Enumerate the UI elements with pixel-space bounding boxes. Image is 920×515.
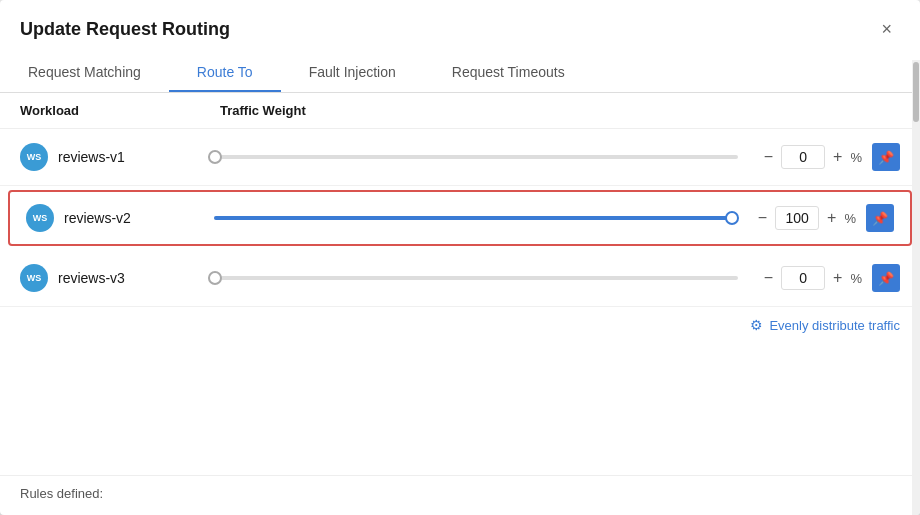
value-input-v1[interactable]: [781, 145, 825, 169]
distribute-icon: ⚙: [750, 317, 763, 333]
route-row-v2: WS reviews-v2 − + % 📌: [8, 190, 912, 246]
col-workload-header: Workload: [20, 103, 220, 118]
tab-request-matching[interactable]: Request Matching: [0, 54, 169, 92]
tab-fault-injection[interactable]: Fault Injection: [281, 54, 424, 92]
workload-name-v2: reviews-v2: [64, 210, 204, 226]
close-button[interactable]: ×: [873, 16, 900, 42]
percent-label-v3: %: [850, 271, 862, 286]
slider-thumb-v3[interactable]: [208, 271, 222, 285]
slider-track-v3[interactable]: [208, 276, 738, 280]
slider-track-v2[interactable]: [214, 216, 732, 220]
minus-button-v1[interactable]: −: [760, 147, 777, 167]
value-input-v2[interactable]: [775, 206, 819, 230]
percent-label-v2: %: [844, 211, 856, 226]
slider-container-v1: [198, 155, 748, 159]
col-traffic-header: Traffic Weight: [220, 103, 900, 118]
distribute-label: Evenly distribute traffic: [769, 318, 900, 333]
modal: Update Request Routing × Request Matchin…: [0, 0, 920, 515]
pin-button-v2[interactable]: 📌: [866, 204, 894, 232]
slider-container-v2: [204, 216, 742, 220]
route-row-v1: WS reviews-v1 − + % 📌: [0, 129, 920, 186]
plus-button-v2[interactable]: +: [823, 208, 840, 228]
percent-label-v1: %: [850, 150, 862, 165]
modal-title: Update Request Routing: [20, 19, 230, 40]
modal-header: Update Request Routing ×: [0, 0, 920, 42]
route-row-v3: WS reviews-v3 − + % 📌: [0, 250, 920, 307]
slider-thumb-v1[interactable]: [208, 150, 222, 164]
modal-footer: Rules defined:: [0, 475, 920, 515]
badge-v1: WS: [20, 143, 48, 171]
slider-container-v3: [198, 276, 748, 280]
value-input-v3[interactable]: [781, 266, 825, 290]
distribute-traffic-button[interactable]: ⚙ Evenly distribute traffic: [750, 317, 900, 333]
tab-request-timeouts[interactable]: Request Timeouts: [424, 54, 593, 92]
pin-button-v1[interactable]: 📌: [872, 143, 900, 171]
plus-button-v1[interactable]: +: [829, 147, 846, 167]
scrollbar-thumb[interactable]: [913, 62, 919, 122]
tabs-container: Request Matching Route To Fault Injectio…: [0, 54, 920, 93]
rules-defined-label: Rules defined:: [20, 486, 103, 501]
minus-button-v3[interactable]: −: [760, 268, 777, 288]
controls-v2: − + % 📌: [754, 204, 894, 232]
slider-thumb-v2[interactable]: [725, 211, 739, 225]
distribute-row: ⚙ Evenly distribute traffic: [0, 307, 920, 343]
slider-fill-v2: [214, 216, 732, 220]
controls-v1: − + % 📌: [760, 143, 900, 171]
table-header: Workload Traffic Weight: [0, 93, 920, 129]
plus-button-v3[interactable]: +: [829, 268, 846, 288]
slider-track-v1[interactable]: [208, 155, 738, 159]
badge-v3: WS: [20, 264, 48, 292]
pin-button-v3[interactable]: 📌: [872, 264, 900, 292]
tab-route-to[interactable]: Route To: [169, 54, 281, 92]
modal-body: WS reviews-v1 − + % 📌 WS reviews-v2: [0, 129, 920, 475]
workload-name-v3: reviews-v3: [58, 270, 198, 286]
badge-v2: WS: [26, 204, 54, 232]
workload-name-v1: reviews-v1: [58, 149, 198, 165]
scrollbar[interactable]: [912, 60, 920, 515]
minus-button-v2[interactable]: −: [754, 208, 771, 228]
controls-v3: − + % 📌: [760, 264, 900, 292]
